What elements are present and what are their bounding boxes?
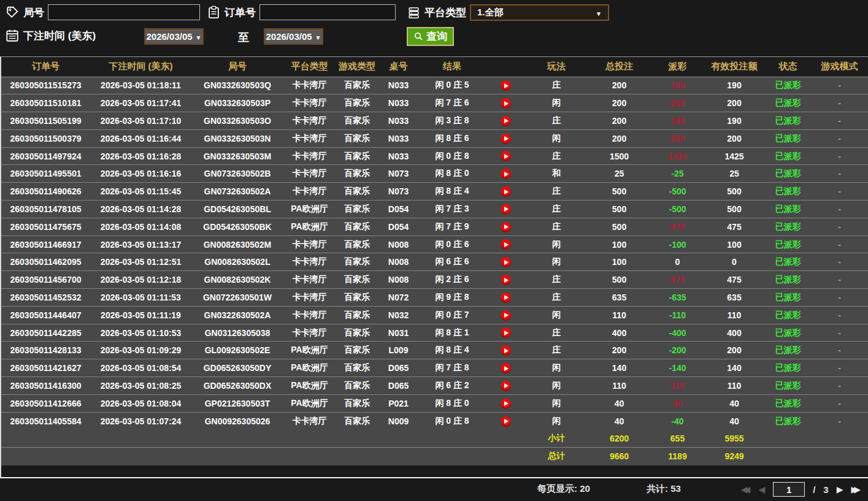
cell-round-no: GD065263050DX: [191, 377, 283, 395]
cell-order-no: 260305011495501: [1, 165, 90, 183]
round-input[interactable]: [48, 4, 200, 20]
play-video-icon[interactable]: [501, 204, 511, 215]
cell-total-bet: 500: [587, 271, 651, 289]
cell-game-type: 百家乐: [336, 324, 378, 342]
play-video-icon[interactable]: [501, 293, 511, 303]
first-page-icon[interactable]: [741, 482, 751, 497]
cell-valid-bet: 500: [704, 201, 765, 218]
play-video-icon[interactable]: [501, 363, 511, 373]
date-from-value: 2026/03/05: [147, 31, 193, 42]
cell-play-type: 闲: [526, 94, 587, 112]
cell-payout: 475: [651, 218, 704, 235]
cell-payout: -400: [651, 324, 704, 342]
table-body: 2603050115152732026-03-05 01:18:11GN0332…: [1, 77, 868, 430]
cell-payout: -200: [651, 342, 704, 359]
cell-bet-time: 2026-03-05 01:18:11: [90, 77, 191, 94]
play-video-icon[interactable]: [501, 399, 511, 409]
cell-payout: -635: [651, 289, 704, 307]
cell-platform-type: PA欧洲厅: [283, 359, 336, 377]
table-row: 2603050114464072026-03-05 01:11:19GN0322…: [1, 306, 868, 324]
cell-total-bet: 40: [587, 412, 651, 430]
chevron-down-icon: [596, 7, 602, 18]
order-label: 订单号: [225, 6, 256, 20]
cell-play: [486, 324, 526, 342]
cell-play-type: 闲: [526, 359, 587, 377]
play-video-icon[interactable]: [501, 169, 511, 179]
order-input[interactable]: [259, 4, 396, 20]
cell-platform-type: 卡卡湾厅: [283, 253, 336, 271]
chevron-down-icon: [315, 31, 321, 42]
table-row: 2603050114669172026-03-05 01:13:17GN0082…: [1, 235, 868, 253]
play-video-icon[interactable]: [501, 257, 511, 267]
cell-bet-time: 2026-03-05 01:14:28: [90, 201, 191, 218]
subtotal-total-bet: 6200: [587, 430, 651, 448]
date-from-select[interactable]: 2026/03/05: [144, 28, 204, 45]
last-page-icon[interactable]: [851, 482, 861, 497]
cell-game-mode: -: [811, 394, 868, 412]
column-header: 局号: [191, 57, 283, 77]
cell-payout: -500: [651, 183, 704, 201]
cell-game-type: 百家乐: [336, 342, 378, 359]
table-row: 2603050115051992026-03-05 01:17:10GN0332…: [1, 112, 868, 130]
cell-platform-type: 卡卡湾厅: [283, 235, 336, 253]
cell-payout: 190: [651, 112, 704, 130]
table-row: 2603050114567002026-03-05 01:12:18GN0082…: [1, 271, 868, 289]
play-video-icon[interactable]: [501, 327, 511, 338]
cell-valid-bet: 200: [704, 94, 765, 112]
cell-valid-bet: 0: [704, 253, 765, 271]
cell-bet-time: 2026-03-05 01:13:17: [90, 235, 191, 253]
cell-order-no: 260305011478105: [1, 201, 90, 218]
cell-round-no: GN0732630502B: [191, 165, 283, 183]
page-number-input[interactable]: [773, 482, 805, 497]
cell-result: 闲 2 庄 6: [418, 271, 486, 289]
cell-play: [486, 129, 526, 147]
cell-bet-time: 2026-03-05 01:10:53: [90, 324, 191, 342]
cell-bet-time: 2026-03-05 01:11:53: [90, 289, 191, 307]
cell-play: [486, 165, 526, 183]
cell-status: 已派彩: [765, 306, 811, 324]
cell-table-no: N073: [378, 183, 418, 201]
play-video-icon[interactable]: [501, 310, 511, 321]
cell-round-no: GN03126305038: [191, 324, 283, 342]
play-video-icon[interactable]: [501, 222, 511, 232]
cell-table-no: N008: [378, 235, 418, 253]
play-video-icon[interactable]: [501, 80, 511, 91]
cell-result: 闲 8 庄 6: [418, 129, 486, 147]
play-video-icon[interactable]: [501, 151, 511, 161]
cell-order-no: 260305011466917: [1, 235, 90, 253]
page-separator: /: [813, 484, 815, 495]
table-row: 2603050114979242026-03-05 01:16:28GN0332…: [1, 147, 868, 165]
platform-select[interactable]: 1.全部: [470, 4, 609, 21]
cell-platform-type: PA欧洲厅: [283, 218, 336, 235]
play-video-icon[interactable]: [501, 275, 511, 285]
play-video-icon[interactable]: [501, 98, 511, 109]
cell-game-type: 百家乐: [336, 218, 378, 235]
cell-total-bet: 500: [587, 183, 651, 201]
cell-play: [486, 112, 526, 130]
filter-bar: 局号 订单号 平台类型 1.全部 下注时间 (美东): [0, 0, 868, 56]
play-video-icon[interactable]: [501, 416, 511, 427]
cell-valid-bet: 110: [704, 306, 765, 324]
play-video-icon[interactable]: [501, 239, 511, 250]
cell-game-mode: -: [811, 147, 868, 165]
play-video-icon[interactable]: [501, 116, 511, 126]
play-video-icon[interactable]: [501, 345, 511, 356]
total-pages-label: 3: [823, 484, 828, 495]
date-to-select[interactable]: 2026/03/05: [264, 28, 323, 45]
cell-platform-type: 卡卡湾厅: [283, 165, 336, 183]
play-video-icon[interactable]: [501, 134, 511, 144]
cell-table-no: D054: [378, 218, 418, 235]
cell-status: 已派彩: [765, 359, 811, 377]
cell-game-mode: -: [811, 271, 868, 289]
betting-records-page: 局号 订单号 平台类型 1.全部 下注时间 (美东): [0, 0, 868, 501]
query-button[interactable]: 查询: [407, 27, 454, 46]
cell-total-bet: 200: [587, 112, 651, 130]
next-page-icon[interactable]: [837, 482, 843, 497]
cell-game-type: 百家乐: [336, 271, 378, 289]
cell-play-type: 庄: [526, 112, 587, 130]
cell-table-no: D054: [378, 201, 418, 218]
previous-page-icon[interactable]: [758, 482, 765, 497]
play-video-icon[interactable]: [501, 186, 511, 197]
play-video-icon[interactable]: [501, 381, 511, 391]
subtotal-label: 小计: [526, 430, 587, 448]
